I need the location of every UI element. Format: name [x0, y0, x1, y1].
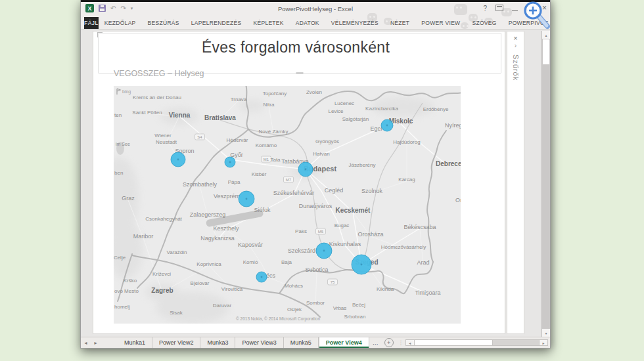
vertical-scrollbar[interactable]: ▴ ▾ — [541, 31, 550, 337]
map-city-label: Sisak — [170, 310, 183, 316]
map-city-label: Székesfehérvár — [273, 190, 315, 196]
map-city-label: Sombor — [306, 300, 325, 306]
ribbon-tab-fajl[interactable]: FÁJL — [84, 17, 99, 29]
sheet-tab-power-view4[interactable]: Power View4 — [319, 337, 369, 348]
map-city-label: Gyöngyös — [315, 138, 339, 144]
ribbon-tab-beszúrás[interactable]: BESZÚRÁS — [142, 17, 185, 29]
map-city-label: Križevci — [152, 271, 171, 277]
map-city-label: Baja — [281, 259, 292, 265]
ribbon-tab-row: FÁJL KEZDŐLAPBESZÚRÁSLAPELRENDEZÉSKÉPLET… — [81, 17, 550, 30]
map-city-label: Oradea — [455, 197, 461, 203]
map-bubble-center-dot — [261, 276, 263, 278]
tab-splitter-handle[interactable]: ⋮ — [396, 337, 405, 348]
map-city-label: Tata — [270, 157, 281, 163]
map-city-label: Trnava — [231, 96, 247, 102]
map-city-label: im See — [116, 142, 130, 146]
map-city-label: Nitra — [264, 102, 275, 108]
map-city-label: Kaposvár — [238, 242, 263, 248]
map-city-label: Békéscsaba — [403, 224, 436, 230]
sheet-nav-left-icon[interactable]: ◂ — [81, 337, 91, 348]
map-bubble-center-dot — [305, 169, 307, 171]
filters-collapse-icon[interactable]: › — [515, 43, 517, 49]
map-city-label: Mohács — [285, 283, 303, 289]
map-city-label: Nagykanizsa — [200, 235, 235, 242]
map-visualization[interactable]: S4M1M7M575 Krems an der DonauSankt Pölte… — [114, 86, 461, 324]
report-title[interactable]: Éves forgalom városonként — [93, 39, 498, 56]
map-city-label: Varaždin — [167, 249, 187, 255]
map-city-label: Osijek — [287, 307, 302, 312]
map-city-label: Krško — [124, 278, 137, 284]
map-city-label: Nové Zámky — [259, 129, 288, 135]
map-city-label: Bratislava — [204, 114, 236, 121]
ribbon-display-options-icon[interactable] — [495, 5, 503, 11]
sheet-overflow-button[interactable]: … — [369, 337, 382, 348]
map-city-label: Hajdúdorog — [393, 139, 420, 145]
ribbon-tab-powerpivot[interactable]: POWERPIVOT — [503, 17, 555, 29]
map-city-label: Srbobran — [344, 314, 366, 320]
road-shield-label: 75 — [331, 280, 335, 284]
bing-map[interactable]: S4M1M7M575 Krems an der DonauSankt Pölte… — [114, 86, 461, 324]
map-city-label: Hatvan — [313, 151, 329, 157]
map-city-label: Graz — [122, 195, 135, 202]
add-sheet-button[interactable]: + — [384, 338, 394, 347]
map-city-label: Kazincbarcika — [365, 106, 398, 112]
hscroll-left-icon[interactable]: ◂ — [405, 339, 415, 346]
title-bar: X ↶ ↷ ▾ PowerPivotHelyseg - Excel ? × — [81, 2, 550, 17]
powerview-canvas: Éves forgalom városonként VEGOSSZEG – He… — [81, 30, 550, 337]
minimize-icon[interactable] — [512, 10, 518, 11]
map-city-label: Krems an der Donau — [133, 95, 181, 100]
watermark-icon — [384, 18, 392, 25]
vertical-scroll-thumb[interactable] — [543, 39, 549, 64]
hscroll-right-icon[interactable]: ▸ — [539, 339, 548, 346]
maximize-icon[interactable] — [526, 5, 534, 11]
map-bubble-center-dot — [177, 159, 179, 161]
map-city-label: Hédervár — [227, 137, 248, 143]
filters-pane-title: Szűrők — [512, 54, 520, 81]
ribbon-tab-adatok[interactable]: ADATOK — [290, 17, 325, 29]
scroll-up-icon[interactable]: ▴ — [542, 31, 550, 39]
map-city-label: Wiener — [154, 133, 172, 138]
map-city-label: Nyíregyháza — [445, 122, 461, 129]
horizontal-scroll-thumb[interactable] — [415, 339, 493, 346]
horizontal-scrollbar[interactable]: ◂ ▸ — [405, 339, 548, 346]
map-city-label: Bugac — [334, 223, 350, 228]
scroll-down-icon[interactable]: ▾ — [542, 329, 550, 337]
ribbon-tab-power-view[interactable]: POWER VIEW — [415, 17, 466, 29]
close-icon[interactable]: × — [542, 4, 547, 12]
map-city-label: Virovitica — [221, 286, 243, 292]
bing-logo: bing — [122, 89, 131, 95]
map-city-label: Daruvar — [213, 303, 232, 308]
map-bubble-center-dot — [386, 125, 388, 127]
map-city-label: Levice — [328, 108, 344, 114]
map-bubble-center-dot — [323, 250, 325, 252]
sheet-tab-munka5[interactable]: Munka5 — [284, 337, 319, 348]
sheet-tab-munka3[interactable]: Munka3 — [200, 337, 235, 348]
ribbon-tab-képletek[interactable]: KÉPLETEK — [247, 17, 289, 29]
map-city-label: Bečej — [352, 302, 365, 308]
map-chart-label: VEGOSSZEG – Helyseg — [114, 69, 204, 78]
sheet-tab-bar: ◂ ▸ Munka1Power View2Munka3Power View3Mu… — [81, 337, 550, 348]
road-shield-label: S4 — [197, 135, 202, 139]
map-copyright: © 2013 Nokia, © 2014 Microsoft Corporati… — [236, 316, 320, 322]
sheet-tab-power-view2[interactable]: Power View2 — [152, 337, 200, 348]
sheet-tab-power-view3[interactable]: Power View3 — [235, 337, 283, 348]
filters-close-icon[interactable]: × — [513, 35, 517, 42]
map-city-label: Debrecen — [436, 160, 461, 167]
map-city-label: Siófok — [254, 207, 271, 213]
map-city-label: Orosháza — [357, 231, 383, 238]
map-city-label: Subotica — [305, 266, 328, 273]
ribbon-tab-lapelrendezés[interactable]: LAPELRENDEZÉS — [185, 17, 248, 29]
map-city-label: Kiskunhalas — [329, 241, 361, 247]
ribbon-tab-kezdőlap[interactable]: KEZDŐLAP — [99, 17, 142, 29]
map-city-label: Vrbas — [333, 305, 347, 311]
horizontal-scroll-track[interactable] — [493, 339, 539, 346]
map-city-label: Veszprém — [214, 193, 240, 200]
watermark-icon — [469, 14, 478, 22]
sheet-nav-right-icon[interactable]: ▸ — [91, 337, 101, 348]
road-shield-label: M5 — [318, 230, 324, 234]
help-icon[interactable]: ? — [483, 5, 487, 12]
report-page[interactable]: Éves forgalom városonként VEGOSSZEG – He… — [93, 31, 505, 334]
map-city-label: Komárno — [256, 142, 277, 148]
map-city-label: Arad — [417, 259, 429, 266]
sheet-tab-munka1[interactable]: Munka1 — [118, 337, 152, 348]
